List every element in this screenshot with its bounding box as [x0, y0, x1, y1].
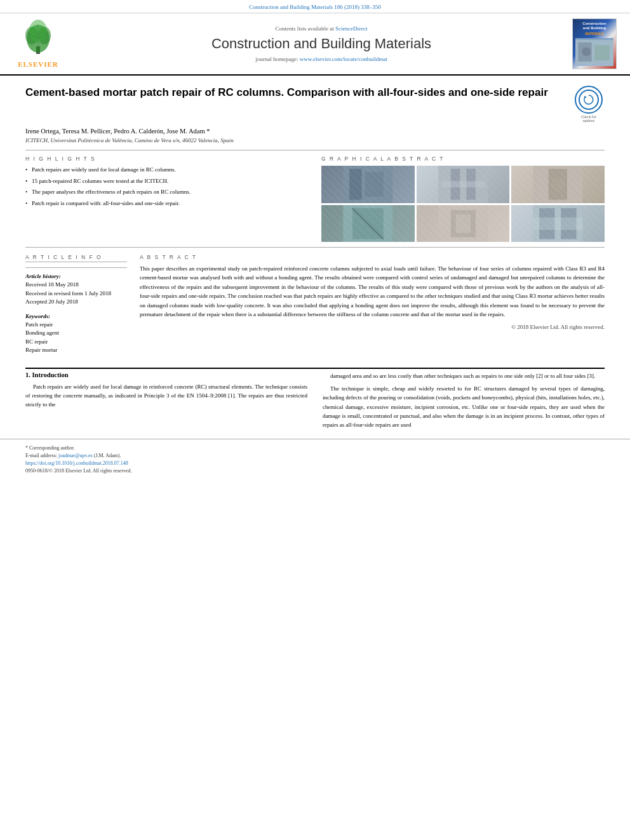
page: Construction and Building Materials 186 …	[0, 0, 630, 840]
svg-rect-21	[549, 169, 567, 200]
journal-main-title: Construction and Building Materials	[211, 36, 431, 52]
cover-image: Constructionand Building MATERIALS	[572, 18, 617, 69]
svg-rect-23	[343, 205, 392, 243]
intro-para-3: The technique is simple, cheap and widel…	[323, 384, 605, 430]
issn-text: 0950-0618/© 2018 Elsevier Ltd. All right…	[25, 468, 131, 474]
ga-image-5	[417, 205, 510, 243]
ga-image-2	[417, 166, 510, 203]
highlights-graphical-row: H I G H L I G H T S Patch repairs are wi…	[25, 156, 605, 242]
sciencedirect-line: Contents lists available at ScienceDirec…	[276, 25, 368, 32]
affiliation-line: ICITECH, Universitat Politècnica de Valè…	[25, 137, 605, 143]
check-for-updates-label: Check forupdates	[581, 115, 596, 123]
body-divider	[25, 368, 605, 369]
svg-rect-16	[438, 166, 488, 203]
intro-para-2: damaged area and so are less costly than…	[323, 371, 605, 380]
footnote-email-address[interactable]: joadmar@upv.es	[58, 453, 93, 458]
svg-rect-13	[343, 166, 392, 203]
cover-materials-text: MATERIALS	[586, 32, 604, 36]
svg-rect-30	[539, 208, 554, 239]
graphical-abstract-grid	[321, 166, 605, 242]
svg-rect-24	[352, 208, 384, 239]
journal-cover: Constructionand Building MATERIALS	[569, 18, 620, 69]
homepage-prefix: journal homepage:	[255, 56, 299, 62]
footnote-email-label: E-mail address:	[25, 453, 57, 458]
keywords-section: Keywords: Patch repair Bonding agent RC …	[25, 313, 127, 355]
keywords-title: Keywords:	[25, 313, 127, 319]
svg-rect-19	[441, 181, 485, 187]
article-history-section: Article history: Received 10 May 2018 Re…	[25, 273, 127, 307]
article-info-divider	[25, 267, 127, 268]
highlight-item-4: Patch repair is compared with: all-four-…	[25, 199, 309, 208]
journal-header: ELSEVIER Contents lists available at Sci…	[0, 13, 630, 76]
received-date: Received 10 May 2018	[25, 281, 127, 290]
ga-image-1	[321, 166, 415, 203]
keyword-2: Bonding agent	[25, 329, 127, 338]
divider-2	[25, 247, 605, 248]
article-info-label: A R T I C L E I N F O	[25, 254, 127, 262]
article-history-title: Article history:	[25, 273, 127, 279]
doi-link[interactable]: https://doi.org/10.1016/j.conbuildmat.20…	[25, 460, 128, 466]
article-info-abstract-row: A R T I C L E I N F O Article history: R…	[25, 254, 605, 355]
body-right-col: damaged area and so are less costly than…	[323, 371, 605, 434]
highlight-item-3: The paper analyses the effectiveness of …	[25, 188, 309, 196]
svg-point-11	[582, 48, 591, 57]
highlight-item-1: Patch repairs are widely used for local …	[25, 166, 309, 174]
highlights-list: Patch repairs are widely used for local …	[25, 166, 309, 207]
svg-rect-18	[466, 169, 476, 200]
abstract-panel: A B S T R A C T This paper describes an …	[140, 254, 605, 355]
article-title: Cement-based mortar patch repair of RC c…	[25, 86, 565, 100]
svg-rect-31	[561, 208, 577, 239]
divider-1	[25, 150, 605, 150]
authors-line: Irene Ortega, Teresa M. Pellicer, Pedro …	[25, 128, 605, 135]
svg-marker-12	[584, 96, 587, 98]
contents-text: Contents lists available at	[276, 25, 334, 32]
svg-rect-15	[365, 172, 383, 197]
journal-ref-text: Construction and Building Materials 186 …	[249, 4, 380, 10]
article-title-row: Cement-based mortar patch repair of RC c…	[25, 86, 605, 123]
check-badge-circle	[575, 86, 603, 114]
revised-date: Received in revised form 1 July 2018	[25, 290, 127, 298]
svg-rect-14	[349, 169, 362, 200]
article-info-panel: A R T I C L E I N F O Article history: R…	[25, 254, 127, 355]
doi-line: https://doi.org/10.1016/j.conbuildmat.20…	[25, 460, 605, 467]
elsevier-brand-label: ELSEVIER	[18, 60, 58, 68]
svg-rect-32	[533, 217, 583, 230]
svg-rect-10	[594, 45, 610, 60]
cover-title-text: Constructionand Building	[582, 22, 606, 30]
svg-point-22	[551, 177, 565, 192]
svg-rect-26	[438, 205, 488, 243]
journal-reference-bar: Construction and Building Materials 186 …	[0, 0, 630, 13]
keyword-4: Repair mortar	[25, 346, 127, 355]
authors-text: Irene Ortega, Teresa M. Pellicer, Pedro …	[25, 128, 210, 135]
svg-rect-29	[533, 205, 583, 243]
abstract-label: A B S T R A C T	[140, 254, 605, 260]
body-left-col: 1. Introduction Patch repairs are widely…	[25, 371, 307, 434]
elsevier-logo: ELSEVIER	[10, 18, 74, 69]
sciencedirect-link[interactable]: ScienceDirect	[335, 25, 367, 32]
graphical-abstract-label: G R A P H I C A L A B S T R A C T	[321, 156, 605, 162]
issn-line: 0950-0618/© 2018 Elsevier Ltd. All right…	[25, 467, 605, 475]
highlights-column: H I G H L I G H T S Patch repairs are wi…	[25, 156, 309, 242]
copyright-line: © 2018 Elsevier Ltd. All rights reserved…	[140, 324, 605, 330]
svg-rect-28	[455, 214, 470, 232]
journal-homepage: journal homepage: www.elsevier.com/locat…	[255, 56, 387, 62]
cover-photo-placeholder	[575, 38, 613, 66]
introduction-heading: 1. Introduction	[25, 371, 307, 378]
body-two-col: 1. Introduction Patch repairs are widely…	[0, 371, 630, 434]
footnote-star-text: * Corresponding author.	[25, 445, 75, 451]
abstract-text: This paper describes an experimental stu…	[140, 264, 605, 319]
ga-image-6	[511, 205, 605, 243]
svg-line-25	[352, 208, 384, 239]
check-badge-inner	[579, 90, 599, 110]
ga-image-4	[321, 205, 415, 243]
keyword-1: Patch repair	[25, 321, 127, 330]
graphical-abstract-column: G R A P H I C A L A B S T R A C T	[321, 156, 605, 242]
keyword-3: RC repair	[25, 338, 127, 347]
svg-rect-20	[533, 166, 583, 203]
svg-rect-27	[450, 210, 475, 237]
ga-image-3	[511, 166, 605, 203]
accepted-date: Accepted 20 July 2018	[25, 298, 127, 307]
homepage-url[interactable]: www.elsevier.com/locate/conbuildmat	[300, 56, 387, 62]
svg-rect-17	[450, 169, 460, 200]
footnote-email-line: E-mail address: joadmar@upv.es (J.M. Ada…	[25, 452, 605, 460]
